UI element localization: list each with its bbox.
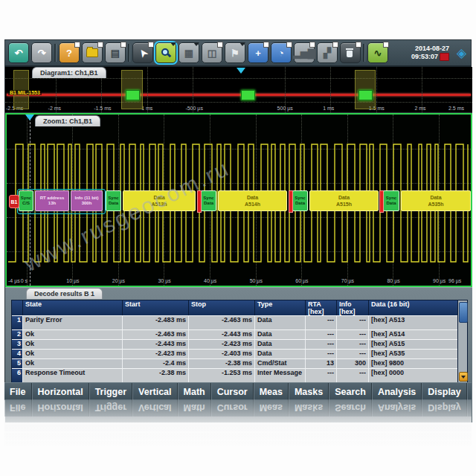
time-text: 09:53:07	[411, 53, 438, 61]
menu-item-vertical[interactable]: Vertical	[132, 383, 177, 400]
cell: 4	[12, 349, 23, 358]
page-badge-icon	[263, 42, 269, 48]
menu-item-trigger[interactable]: Trigger	[89, 383, 132, 400]
open-file-button[interactable]	[82, 42, 103, 63]
cell: Data	[255, 315, 306, 329]
menu-item-search[interactable]: Search	[329, 383, 372, 400]
help-button[interactable]: ?	[59, 42, 80, 63]
cell: -2.483 ms	[123, 315, 189, 329]
cell: Data	[255, 329, 306, 339]
display-button[interactable]: ∿	[367, 42, 388, 63]
toolbar-separator	[363, 44, 365, 62]
trigger-marker-icon[interactable]	[237, 68, 245, 74]
cell: -2.38 ms	[189, 358, 255, 368]
spectrum-button[interactable]: ▞	[317, 42, 338, 63]
histogram-button[interactable]: ▂▅▇	[294, 42, 315, 63]
cell: ---	[306, 368, 337, 382]
cell: Ok	[23, 349, 123, 358]
menu-item-tutorials[interactable]: Tutorials	[467, 383, 476, 400]
column-header-start[interactable]: Start	[123, 300, 189, 315]
menu-item-meas[interactable]: Meas	[254, 383, 289, 400]
diagram1-tab[interactable]: Diagram1: Ch1,B1	[32, 67, 106, 78]
table-row[interactable]: 5Ok-2.4 ms-2.38 msCmd/Stat13300[hex] 980…	[12, 358, 467, 368]
decode-results-tab[interactable]: Decode results B 1	[26, 288, 103, 299]
cell: 6	[12, 368, 23, 382]
column-header-rta[interactable]: RTA [hex]	[306, 300, 337, 315]
decode-results-table: StateStartStopTypeRTA [hex]Info [hex]Dat…	[11, 300, 468, 383]
reflection-fade	[4, 399, 472, 455]
decode-sync-data-value: Data	[384, 201, 399, 206]
zoom1-tab[interactable]: Zoom1: Ch1,B1	[35, 115, 100, 126]
grid-button[interactable]: ▦	[178, 42, 199, 63]
screen-reflection: FileHorizontalTriggerVerticalMathCursorM…	[4, 399, 472, 455]
grid-line	[5, 78, 472, 79]
menu-item-horizontal[interactable]: Horizontal	[32, 383, 89, 400]
cell: Data	[255, 349, 306, 358]
menu-item-file[interactable]: File	[4, 383, 32, 400]
table-row[interactable]: 6Response Timeout-2.38 ms-1.253 msInter …	[12, 368, 467, 382]
decode-sync-data: SyncData	[106, 190, 121, 211]
cell: [hex] A514	[369, 329, 458, 339]
scrollbar-down-button[interactable]	[459, 372, 468, 382]
scrollbar-thumb[interactable]	[459, 302, 468, 323]
menu-item-analysis[interactable]: Analysis	[372, 383, 422, 400]
table-row[interactable]: 3Ok-2.443 ms-2.423 msData------[hex] A51…	[12, 339, 467, 349]
cursor-measure-button[interactable]: +	[248, 42, 268, 63]
zoom-button[interactable]	[155, 42, 176, 63]
bus-activity-block	[126, 90, 140, 100]
cursor-measure-icon: +	[255, 48, 261, 58]
page-badge-icon	[217, 42, 223, 48]
dropdown-arrow-icon	[193, 42, 199, 46]
cell: -2.403 ms	[189, 349, 255, 358]
page-badge-icon	[74, 42, 80, 48]
menu-item-math[interactable]: Math	[178, 383, 211, 400]
cell: -2.4 ms	[123, 358, 189, 368]
trigger-marker-icon[interactable]	[25, 115, 34, 120]
decode-data-word-value: A513h	[123, 201, 195, 208]
decode-sync-data-value: Data	[202, 201, 216, 206]
delete-button[interactable]	[340, 42, 361, 63]
annotate-button[interactable]: ⚑	[225, 42, 245, 63]
column-header-stop[interactable]: Stop	[189, 300, 255, 315]
redo-button[interactable]: ↷	[31, 42, 52, 63]
menu-item-masks[interactable]: Masks	[289, 383, 329, 400]
decode-sync-data-label: Sync	[384, 196, 399, 201]
page-badge-icon	[356, 42, 361, 48]
select-cursor-button[interactable]: ➤	[132, 42, 153, 63]
diagram1-axis-tick: 2 ms	[414, 106, 425, 111]
delete-icon	[346, 48, 355, 58]
undo-button[interactable]: ↶	[8, 42, 29, 63]
decode-error-marker	[197, 190, 202, 213]
column-header-data[interactable]: Data (16 bit)	[369, 300, 458, 315]
quick-meas-button[interactable]: ◔	[271, 42, 292, 63]
cell: -2.423 ms	[123, 349, 189, 358]
setup-button[interactable]: ▤	[105, 42, 126, 63]
cell: -2.463 ms	[123, 329, 189, 339]
mask-button[interactable]: ◫	[202, 42, 222, 63]
menu-item-display[interactable]: Display	[422, 383, 466, 400]
menu-item-cursor[interactable]: Cursor	[211, 383, 254, 400]
table-row[interactable]: 1Parity Error-2.483 ms-2.463 msData-----…	[12, 315, 467, 329]
decode-rt-address-label: RT address	[36, 196, 68, 201]
decode-info-field: Info (11 bit)300h	[71, 190, 103, 211]
decode-error-marker	[379, 190, 384, 213]
diagram1-axis-tick: 2.5 ms	[448, 106, 464, 111]
page-background: ↶↷?▤➤▦◫⚑+◔▂▅▇▞∿ 2014-08-27 09:53:07 ◈ Di…	[0, 0, 476, 476]
page-badge-icon	[148, 42, 154, 48]
column-header-state[interactable]: State	[23, 300, 123, 315]
column-header-info[interactable]: Info [hex]	[337, 300, 369, 315]
column-header-type[interactable]: Type	[255, 300, 306, 315]
annotate-icon: ⚑	[231, 48, 239, 58]
zoom1-panel: Zoom1: Ch1,B1 -4 µs0 s10 µs20 µs30 µs40 …	[5, 113, 472, 287]
table-row[interactable]: 4Ok-2.423 ms-2.403 msData------[hex] A53…	[12, 349, 467, 358]
decode-data-word: DataA514h	[218, 190, 287, 211]
vertical-scrollbar[interactable]	[457, 300, 467, 382]
bus-signal-line	[7, 94, 471, 96]
help-icon: ?	[66, 48, 72, 58]
cell: Ok	[23, 339, 123, 349]
table-row[interactable]: 2Ok-2.463 ms-2.443 msData------[hex] A51…	[12, 329, 467, 339]
cell: -2.443 ms	[123, 339, 189, 349]
datetime-display: 2014-08-27 09:53:07	[411, 45, 449, 62]
decode-sync-cs: SyncC/S	[19, 190, 33, 211]
page-badge-icon	[383, 42, 389, 48]
